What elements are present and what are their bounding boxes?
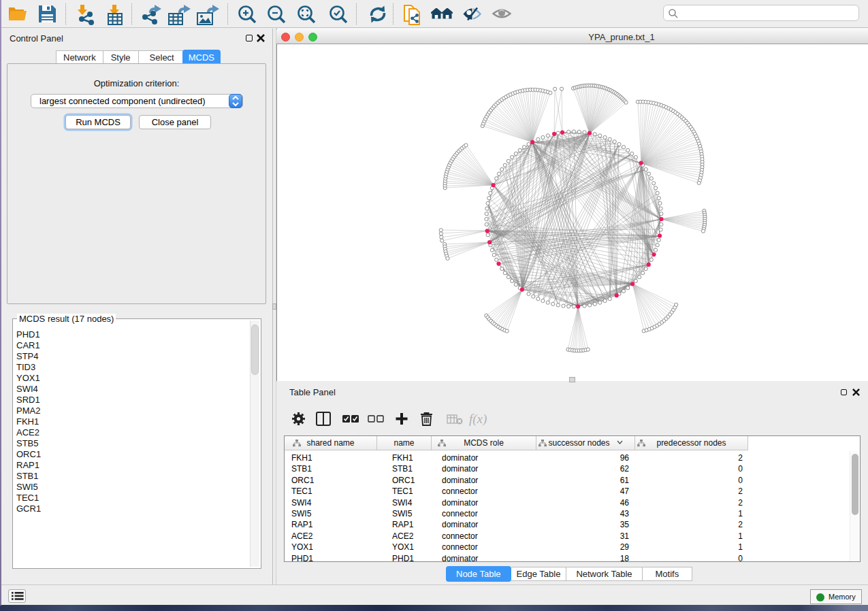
svg-text:f(x): f(x) bbox=[469, 412, 487, 427]
